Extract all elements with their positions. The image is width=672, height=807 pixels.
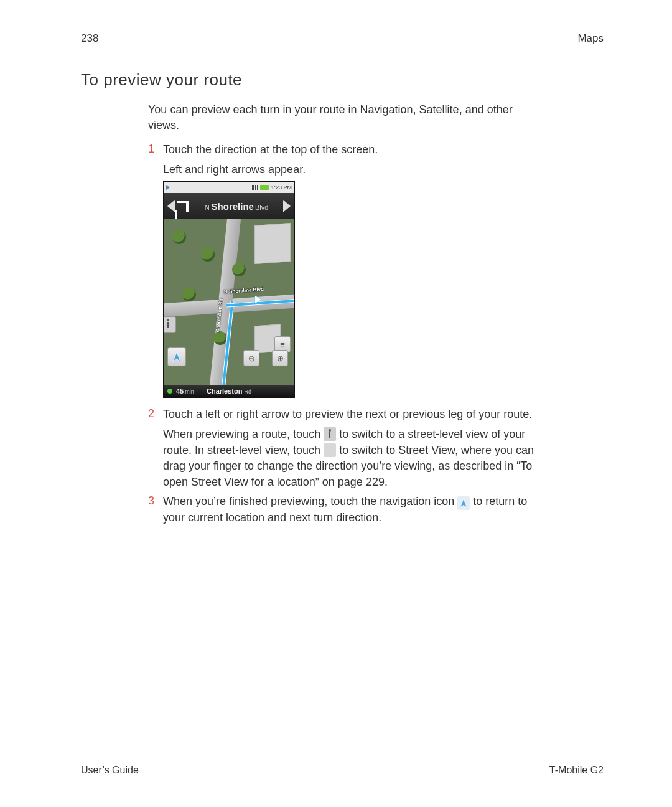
status-bar: 1:23 PM — [164, 182, 294, 193]
page-header: 238 Maps — [81, 32, 604, 49]
step-2-text-b: When previewing a route, touch to switch… — [163, 427, 546, 490]
building — [254, 223, 291, 264]
turn-right-icon — [177, 201, 189, 212]
phone-screenshot-figure: 1:23 PM NShorelineBlvd — [163, 181, 546, 398]
signal-icon — [252, 185, 258, 190]
battery-icon — [260, 185, 269, 190]
step-3: 3 When you’re finished previewing, touch… — [148, 494, 546, 526]
direction-label: NShorelineBlvd — [192, 201, 281, 212]
content-block: You can preview each turn in your route … — [148, 102, 546, 526]
page-number: 238 — [81, 32, 98, 45]
zoom-out-button[interactable]: ⊖ — [243, 350, 259, 366]
step-1-text-b: Left and right arrows appear. — [163, 162, 546, 178]
current-road-label: Charleston Rd — [164, 387, 294, 395]
phone-frame: 1:23 PM NShorelineBlvd — [163, 181, 295, 398]
navigation-icon-button[interactable] — [167, 347, 186, 366]
navigation-arrow-icon — [457, 496, 470, 510]
prev-turn-arrow-icon[interactable] — [167, 200, 175, 212]
step-1: 1 Touch the direction at the top of the … — [148, 142, 546, 177]
step-marker: 1 — [148, 142, 163, 156]
page-footer: User’s Guide T-Mobile G2 — [81, 765, 604, 776]
pedestrian-icon — [324, 427, 336, 441]
footer-right: T-Mobile G2 — [549, 765, 604, 776]
step-2: 2 Touch a left or right arrow to preview… — [148, 407, 546, 490]
step-marker: 3 — [148, 494, 163, 507]
map-satellite-view[interactable]: N Shoreline Blvd Charleston Rd ≡ ⊖ ⊕ — [164, 219, 294, 385]
tree — [172, 230, 186, 244]
direction-suffix: Blvd — [255, 204, 268, 211]
navigation-arrow-icon — [171, 351, 182, 362]
bottom-info-bar: 45min Charleston Rd — [164, 385, 294, 397]
tree — [182, 288, 196, 301]
footer-left: User’s Guide — [81, 765, 139, 776]
direction-bar[interactable]: NShorelineBlvd — [164, 193, 294, 219]
direction-prefix: N — [205, 204, 210, 211]
zoom-in-button[interactable]: ⊕ — [272, 350, 288, 366]
pegman-icon — [324, 443, 336, 457]
status-time: 1:23 PM — [271, 184, 292, 191]
section-name: Maps — [577, 32, 604, 45]
street-level-view-button[interactable] — [164, 316, 176, 333]
step-3-text: When you’re finished previewing, touch t… — [163, 494, 546, 526]
tree — [201, 248, 215, 262]
next-turn-arrow-icon[interactable] — [283, 200, 291, 212]
step-marker: 2 — [148, 407, 163, 420]
section-title: To preview your route — [81, 70, 604, 90]
intro-text: You can preview each turn in your route … — [148, 102, 546, 133]
step-2-text-a: Touch a left or right arrow to preview t… — [163, 407, 546, 423]
manual-page: 238 Maps To preview your route You can p… — [0, 0, 672, 807]
gps-icon — [166, 185, 170, 190]
step-1-text-a: Touch the direction at the top of the sc… — [163, 142, 546, 158]
tree — [232, 263, 246, 276]
route-arrow-icon — [255, 296, 261, 303]
direction-street: Shoreline — [212, 201, 254, 212]
